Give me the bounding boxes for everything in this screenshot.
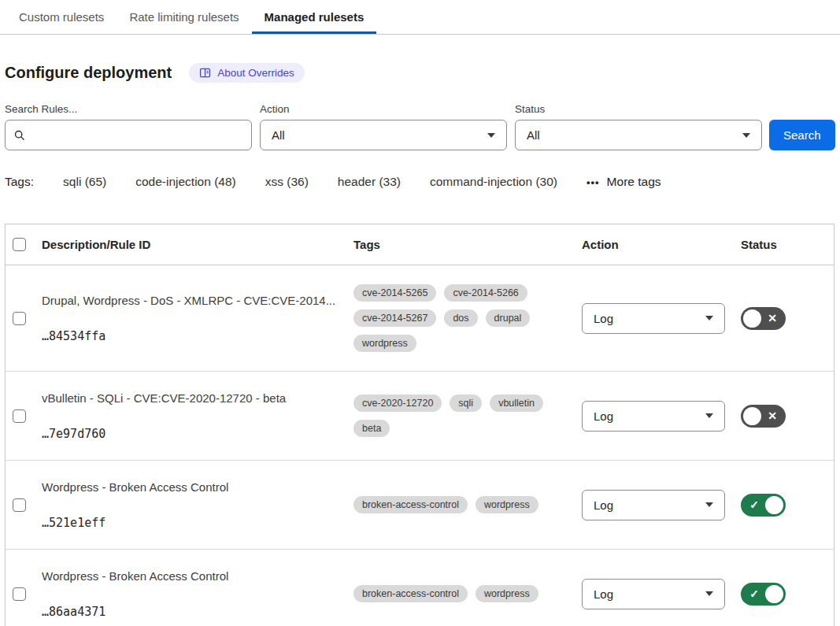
toggle-state-icon: ✕ xyxy=(761,312,783,324)
tag-chip: broken-access-control xyxy=(353,496,468,513)
tag-chip-list: broken-access-controlwordpress xyxy=(353,585,571,602)
tag-chip: drupal xyxy=(486,309,531,327)
heading-row: Configure deployment About Overrides xyxy=(5,63,840,83)
table-row: vBulletin - SQLi - CVE:CVE-2020-12720 - … xyxy=(6,372,834,461)
tag-chip: sqli xyxy=(450,394,482,412)
tab-managed-rulesets[interactable]: Managed rulesets xyxy=(252,0,377,34)
search-rules-input[interactable] xyxy=(32,128,243,142)
row-checkbox[interactable] xyxy=(13,498,26,512)
toggle-state-icon: ✕ xyxy=(761,409,783,422)
page-title: Configure deployment xyxy=(5,64,172,82)
status-filter-select[interactable]: All xyxy=(515,120,762,150)
table-body: Drupal, Wordpress - DoS - XMLRPC - CVE:C… xyxy=(6,265,834,626)
select-all-checkbox[interactable] xyxy=(13,238,26,251)
status-toggle[interactable]: ✓ xyxy=(741,494,786,517)
rule-description: Drupal, Wordpress - DoS - XMLRPC - CVE:C… xyxy=(42,293,342,309)
chevron-down-icon xyxy=(742,133,750,138)
chevron-down-icon xyxy=(705,591,713,596)
rule-description: Wordpress - Broken Access Control xyxy=(42,569,342,584)
column-header-tags: Tags xyxy=(353,238,582,251)
table-row: Wordpress - Broken Access Control …86aa4… xyxy=(6,550,834,626)
status-filter-label: Status xyxy=(515,103,762,115)
column-header-action: Action xyxy=(582,238,741,251)
about-overrides-label: About Overrides xyxy=(217,67,294,79)
tag-chip: cve-2020-12720 xyxy=(353,394,442,412)
rule-id: …7e97d760 xyxy=(42,427,342,441)
action-select-value: Log xyxy=(594,312,613,325)
tag-chip-list: cve-2014-5265cve-2014-5266cve-2014-5267d… xyxy=(353,284,571,352)
row-checkbox[interactable] xyxy=(13,587,26,601)
row-checkbox[interactable] xyxy=(13,409,26,423)
tag-chip: cve-2014-5267 xyxy=(353,309,436,327)
tag-link-command-injection[interactable]: command-injection (30) xyxy=(430,175,557,189)
rule-description: Wordpress - Broken Access Control xyxy=(42,480,342,495)
search-button[interactable]: Search xyxy=(769,120,835,150)
tag-chip: wordpress xyxy=(353,335,416,352)
rule-id: …86aa4371 xyxy=(42,605,342,619)
tab-rate-limiting-rulesets[interactable]: Rate limiting rulesets xyxy=(117,0,251,34)
action-select-value: Log xyxy=(594,498,613,512)
tag-chip: wordpress xyxy=(476,496,538,513)
rules-table: Description/Rule ID Tags Action Status D… xyxy=(5,224,834,626)
tag-chip: wordpress xyxy=(476,585,538,602)
status-filter-value: All xyxy=(527,128,540,142)
table-header-row: Description/Rule ID Tags Action Status xyxy=(6,224,834,265)
action-filter-value: All xyxy=(272,128,285,142)
chevron-down-icon xyxy=(487,133,495,138)
column-header-status: Status xyxy=(741,238,834,251)
action-select[interactable]: Log xyxy=(582,579,725,609)
tags-bar: Tags: sqli (65) code-injection (48) xss … xyxy=(5,175,840,189)
toggle-state-icon: ✓ xyxy=(743,587,765,600)
chevron-down-icon xyxy=(705,502,713,507)
table-row: Drupal, Wordpress - DoS - XMLRPC - CVE:C… xyxy=(6,265,834,372)
tag-chip: cve-2014-5265 xyxy=(353,284,436,302)
action-filter-label: Action xyxy=(260,103,507,115)
status-toggle[interactable]: ✓ xyxy=(741,583,786,606)
row-checkbox[interactable] xyxy=(13,312,26,325)
tag-chip-list: broken-access-controlwordpress xyxy=(353,496,571,513)
about-overrides-badge[interactable]: About Overrides xyxy=(189,63,305,83)
toggle-knob xyxy=(743,407,761,425)
tag-link-sqli[interactable]: sqli (65) xyxy=(63,175,106,189)
filters-row: Search Rules... Action All Status All Se… xyxy=(5,103,840,150)
action-select[interactable]: Log xyxy=(582,490,725,520)
tag-link-header[interactable]: header (33) xyxy=(338,175,401,189)
book-icon xyxy=(199,67,211,79)
chevron-down-icon xyxy=(705,316,713,320)
rule-description: vBulletin - SQLi - CVE:CVE-2020-12720 - … xyxy=(42,391,342,406)
toggle-knob xyxy=(743,309,761,328)
table-row: Wordpress - Broken Access Control …521e1… xyxy=(6,461,834,550)
action-select[interactable]: Log xyxy=(582,401,725,432)
action-select-value: Log xyxy=(594,587,613,601)
chevron-down-icon xyxy=(705,413,713,418)
tag-chip: dos xyxy=(444,309,477,327)
more-tags-label: More tags xyxy=(607,175,661,189)
tag-link-xss[interactable]: xss (36) xyxy=(265,175,309,189)
tags-bar-label: Tags: xyxy=(5,175,34,189)
tag-chip: broken-access-control xyxy=(353,585,468,602)
column-header-description: Description/Rule ID xyxy=(42,238,353,251)
tab-custom-rulesets[interactable]: Custom rulesets xyxy=(6,0,117,34)
toggle-knob xyxy=(765,585,783,603)
tag-chip: beta xyxy=(353,420,390,437)
more-tags-button[interactable]: ••• More tags xyxy=(587,175,661,189)
tag-chip-list: cve-2020-12720sqlivbulletinbeta xyxy=(353,394,571,437)
toggle-knob xyxy=(765,496,783,514)
search-rules-box xyxy=(5,120,252,150)
tag-chip: vbulletin xyxy=(490,394,543,412)
tag-link-code-injection[interactable]: code-injection (48) xyxy=(135,175,236,189)
search-rules-label: Search Rules... xyxy=(5,103,252,115)
search-icon xyxy=(13,129,26,142)
tag-chip: cve-2014-5266 xyxy=(444,284,527,302)
action-select[interactable]: Log xyxy=(582,303,725,334)
ruleset-tabs: Custom rulesets Rate limiting rulesets M… xyxy=(0,0,840,35)
status-toggle[interactable]: ✕ xyxy=(741,307,786,330)
toggle-state-icon: ✓ xyxy=(743,498,765,511)
action-filter-select[interactable]: All xyxy=(260,120,507,150)
ellipsis-icon: ••• xyxy=(587,176,600,188)
action-select-value: Log xyxy=(594,409,613,423)
rule-id: …84534ffa xyxy=(42,329,342,343)
status-toggle[interactable]: ✕ xyxy=(741,405,786,428)
rule-id: …521e1eff xyxy=(42,516,342,530)
